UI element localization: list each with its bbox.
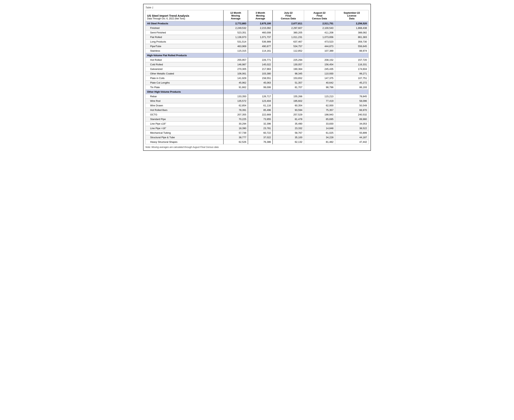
cell-m3: 123,404 bbox=[248, 99, 273, 103]
cell-sep22: 58,096 bbox=[335, 99, 368, 103]
cell-jul22 bbox=[273, 90, 304, 94]
cell-jul22: 60,354 bbox=[273, 103, 304, 108]
cell-sep22: 47,442 bbox=[335, 140, 368, 144]
cell-sep22: 556,645 bbox=[335, 44, 368, 49]
cell-aug22: 33,830 bbox=[304, 121, 335, 126]
cell-aug22: 115,213 bbox=[304, 94, 335, 99]
cell-m12: 91,662 bbox=[223, 85, 248, 90]
cell-m12: 106,061 bbox=[223, 71, 248, 76]
cell-aug22: 2,511,751 bbox=[304, 21, 335, 26]
cell-product: High-Volume Flat Rolled Products bbox=[146, 53, 223, 58]
cell-aug22 bbox=[304, 53, 335, 58]
col-header-aug22: August-22FinalCensus Data bbox=[304, 10, 335, 21]
cell-aug22: 81,482 bbox=[304, 140, 335, 144]
cell-sep22: 38,522 bbox=[335, 126, 368, 131]
cell-m3: 490,877 bbox=[248, 44, 273, 49]
cell-jul22: 155,266 bbox=[273, 94, 304, 99]
cell-aug22: 147,375 bbox=[304, 76, 335, 81]
cell-m3: 460,008 bbox=[248, 30, 273, 35]
cell-m12: 523,351 bbox=[223, 30, 248, 35]
cell-jul22: 81,707 bbox=[273, 85, 304, 90]
cell-m12: 135,572 bbox=[223, 99, 248, 103]
cell-m12: 255,957 bbox=[223, 58, 248, 62]
cell-sep22: 44,187 bbox=[335, 135, 368, 140]
cell-m3: 226,771 bbox=[248, 58, 273, 62]
cell-m3: 2,675,100 bbox=[248, 21, 273, 26]
cell-aug22: 34,228 bbox=[304, 135, 335, 140]
cell-m12: 1,136,973 bbox=[223, 35, 248, 39]
cell-m3: 2,215,092 bbox=[248, 26, 273, 30]
cell-aug22: 110,930 bbox=[304, 71, 335, 76]
cell-aug22: 62,000 bbox=[304, 103, 335, 108]
cell-m12: 270,305 bbox=[223, 67, 248, 71]
cell-product: Semi-Finished bbox=[146, 30, 223, 35]
cell-sep22: 50,549 bbox=[335, 103, 368, 108]
cell-product: Plate Cut Lengths bbox=[146, 81, 223, 85]
cell-sep22: 2,256,520 bbox=[335, 21, 368, 26]
col-header-sep22: September-22LicenseData bbox=[335, 10, 368, 21]
table-main-title: US Steel Import Trend Analysis bbox=[147, 14, 222, 17]
table-row: Structural Pipe & Tube38,77737,02235,100… bbox=[146, 135, 369, 140]
cell-m3: 73,955 bbox=[248, 117, 273, 121]
cell-m12: 62,854 bbox=[223, 103, 248, 108]
cell-m12: 30,294 bbox=[223, 121, 248, 126]
cell-aug22: 75,357 bbox=[304, 108, 335, 112]
cell-sep22: 174,604 bbox=[335, 67, 368, 71]
table-row: Standard Pipe70,22573,95581,47865,69589,… bbox=[146, 117, 369, 121]
cell-jul22: 2,297,607 bbox=[273, 26, 304, 30]
cell-product: Mechanical Tubing bbox=[146, 131, 223, 135]
cell-product: Rebar bbox=[146, 94, 223, 99]
cell-m3: 103,380 bbox=[248, 71, 273, 76]
cell-m3: 99,006 bbox=[248, 85, 273, 90]
cell-m12: 70,225 bbox=[223, 117, 248, 121]
cell-m12: 2,772,883 bbox=[223, 21, 248, 26]
cell-aug22: 65,695 bbox=[304, 117, 335, 121]
cell-m3: 145,022 bbox=[248, 62, 273, 67]
cell-m12: 57,739 bbox=[223, 131, 248, 135]
cell-product: Wire Drawn bbox=[146, 103, 223, 108]
cell-product: Standard Pipe bbox=[146, 117, 223, 121]
table-row: Heavy Structural Shapes62,52676,38662,13… bbox=[146, 140, 369, 144]
cell-sep22 bbox=[335, 90, 368, 94]
table-row: Plate Cut Lengths45,96245,06351,35740,64… bbox=[146, 81, 369, 85]
table-row: Rebar133,350126,717155,266115,21378,845 bbox=[146, 94, 369, 99]
cell-jul22: 190,364 bbox=[273, 67, 304, 71]
cell-jul22: 1,011,231 bbox=[273, 35, 304, 39]
cell-product: Structural Pipe & Tube bbox=[146, 135, 223, 140]
cell-product: Hot Rolled Bars bbox=[146, 108, 223, 112]
cell-m3 bbox=[248, 53, 273, 58]
cell-m3: 60,722 bbox=[248, 131, 273, 135]
cell-jul22: 195,602 bbox=[273, 99, 304, 103]
cell-jul22 bbox=[273, 53, 304, 58]
cell-jul22: 257,529 bbox=[273, 112, 304, 117]
table-row: Hot Rolled Bars78,39185,49693,59475,3576… bbox=[146, 108, 369, 112]
cell-aug22: 473,523 bbox=[304, 39, 335, 44]
cell-product: Plate in Coils bbox=[146, 76, 223, 81]
cell-jul22: 58,767 bbox=[273, 131, 304, 135]
cell-m12: 78,391 bbox=[223, 108, 248, 112]
cell-product: Other Metallic Coated bbox=[146, 71, 223, 76]
col-header-jul22: July-22FinalCensus Data bbox=[273, 10, 304, 21]
table-row: Pipe/Tube463,969490,877534,757444,873556… bbox=[146, 44, 369, 49]
table-row: High-Volume Flat Rolled Products bbox=[146, 53, 369, 58]
cell-m12: 18,390 bbox=[223, 126, 248, 131]
cell-aug22: 198,943 bbox=[304, 112, 335, 117]
cell-m3: 158,551 bbox=[248, 76, 273, 81]
table-row: Tin Plate91,66299,00681,70798,79686,193 bbox=[146, 85, 369, 90]
cell-jul22: 225,294 bbox=[273, 58, 304, 62]
cell-jul22: 98,345 bbox=[273, 71, 304, 76]
main-table: US Steel Import Trend Analysis Data Thro… bbox=[145, 10, 369, 144]
cell-product: Wire Rod bbox=[146, 99, 223, 103]
cell-product: Finished bbox=[146, 26, 223, 30]
cell-m3: 126,717 bbox=[248, 94, 273, 99]
table-row: Cold Rolled146,987145,022130,057156,4541… bbox=[146, 62, 369, 67]
table-row: Line Pipe >16"18,39023,78123,33214,84838… bbox=[146, 126, 369, 131]
cell-product: Pipe/Tube bbox=[146, 44, 223, 49]
cell-m3: 32,396 bbox=[248, 121, 273, 126]
cell-aug22: 77,419 bbox=[304, 99, 335, 103]
cell-sep22: 116,331 bbox=[335, 62, 368, 67]
cell-product: Cold Rolled bbox=[146, 62, 223, 67]
cell-jul22: 637,467 bbox=[273, 39, 304, 44]
cell-sep22: 88,974 bbox=[335, 49, 368, 53]
cell-m3: 1,071,737 bbox=[248, 35, 273, 39]
